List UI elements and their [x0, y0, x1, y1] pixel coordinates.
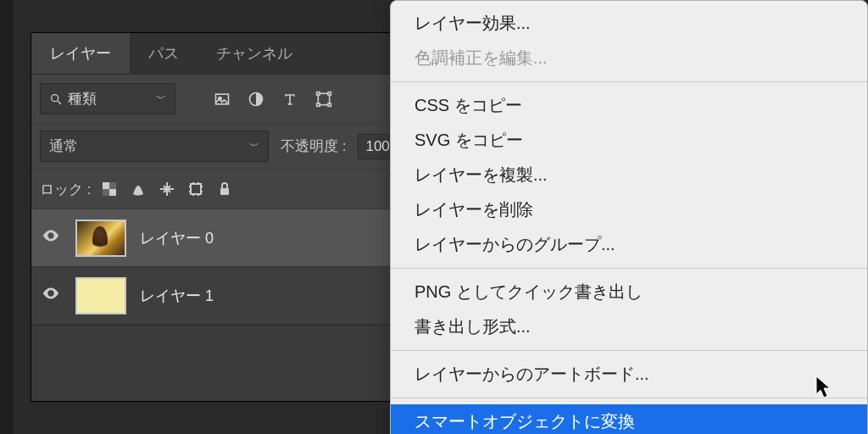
svg-rect-13 [103, 189, 109, 196]
layer-kind-select[interactable]: 種類 ﹀ [40, 83, 175, 114]
lock-label: ロック : [40, 180, 91, 199]
menu-separator [391, 398, 867, 398]
menu-convert-to-smart-object[interactable]: スマートオブジェクトに変換 [391, 404, 867, 434]
menu-quick-export-png[interactable]: PNG としてクイック書き出し [391, 275, 867, 309]
lock-pixels-icon[interactable] [130, 181, 147, 198]
lock-artboard-icon[interactable] [187, 181, 204, 198]
lock-transparency-icon[interactable] [101, 181, 118, 198]
chevron-down-icon: ﹀ [156, 92, 166, 106]
menu-delete-layer[interactable]: レイヤーを削除 [391, 192, 867, 227]
menu-separator [391, 350, 867, 351]
blend-mode-select[interactable]: 通常 ﹀ [40, 131, 269, 162]
filter-adjustment-icon[interactable] [243, 88, 269, 110]
menu-edit-adjustment: 色調補正を編集... [391, 41, 867, 75]
menu-copy-css[interactable]: CSS をコピー [391, 88, 867, 123]
menu-separator [391, 81, 867, 82]
svg-rect-6 [317, 92, 320, 94]
menu-layer-effects[interactable]: レイヤー効果... [391, 6, 867, 41]
layer-context-menu: レイヤー効果... 色調補正を編集... CSS をコピー SVG をコピー レ… [390, 0, 868, 434]
svg-point-16 [49, 234, 53, 237]
svg-rect-11 [109, 189, 116, 196]
svg-line-1 [58, 101, 61, 104]
blend-mode-value: 通常 [49, 136, 78, 156]
svg-rect-14 [191, 184, 201, 194]
menu-group-from-layers[interactable]: レイヤーからのグループ... [391, 227, 867, 262]
layer-name[interactable]: レイヤー 1 [140, 286, 214, 306]
menu-copy-svg[interactable]: SVG をコピー [391, 123, 867, 158]
menu-duplicate-layer[interactable]: レイヤーを複製... [391, 158, 867, 192]
svg-rect-9 [328, 103, 331, 106]
kind-label: 種類 [68, 89, 97, 108]
visibility-eye-icon[interactable] [42, 226, 62, 249]
filter-pixel-icon[interactable] [209, 88, 235, 110]
search-icon [49, 92, 63, 106]
svg-rect-7 [328, 92, 331, 94]
tab-paths[interactable]: パス [130, 33, 198, 74]
svg-point-0 [52, 94, 58, 101]
lock-position-icon[interactable] [159, 181, 175, 198]
layer-thumbnail[interactable] [75, 277, 126, 314]
chevron-down-icon: ﹀ [249, 139, 259, 153]
svg-rect-12 [109, 182, 116, 189]
lock-all-icon[interactable] [216, 181, 233, 198]
opacity-label: 不透明度 : [281, 136, 346, 156]
layer-name[interactable]: レイヤー 0 [140, 228, 214, 248]
tab-layers[interactable]: レイヤー [31, 33, 130, 74]
filter-shape-icon[interactable] [311, 88, 337, 110]
svg-point-17 [49, 292, 53, 295]
layer-thumbnail[interactable] [75, 220, 126, 257]
filter-type-icon[interactable] [277, 88, 303, 110]
svg-rect-10 [103, 182, 109, 189]
visibility-eye-icon[interactable] [42, 284, 62, 307]
menu-artboard-from-layers[interactable]: レイヤーからのアートボード... [391, 357, 867, 392]
tab-channels[interactable]: チャンネル [198, 33, 311, 74]
svg-rect-8 [317, 103, 320, 106]
menu-separator [391, 268, 867, 269]
svg-rect-15 [220, 188, 229, 195]
menu-export-as[interactable]: 書き出し形式... [391, 309, 867, 344]
